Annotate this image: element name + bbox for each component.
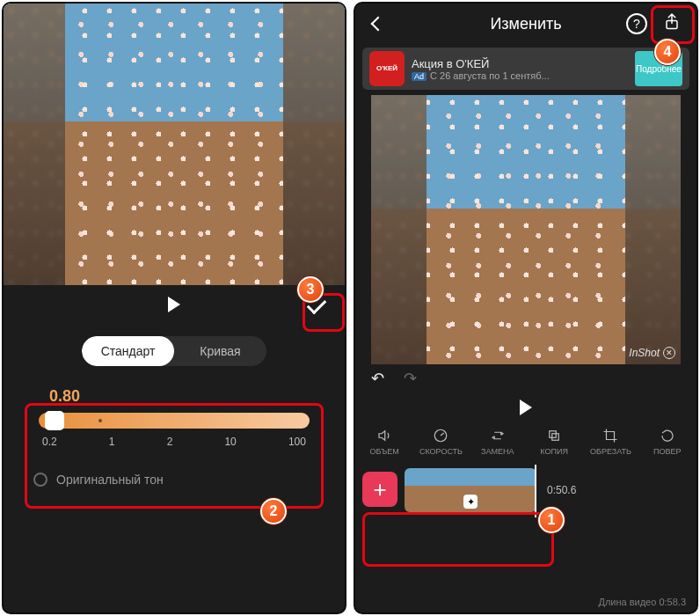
- copy-icon: [527, 426, 581, 445]
- close-icon[interactable]: ✕: [663, 347, 675, 359]
- timeline[interactable]: + ✦ 0:50.6: [362, 465, 689, 517]
- tool-replace[interactable]: ЗАМЕНА: [470, 426, 525, 456]
- replace-icon: [470, 426, 525, 445]
- back-button[interactable]: [366, 11, 390, 36]
- tool-volume[interactable]: ОБЪЕМ: [357, 426, 412, 456]
- original-tone-label: Оригинальный тон: [56, 473, 164, 487]
- video-preview: InShot ✕: [371, 95, 681, 364]
- redo-button[interactable]: ↷: [404, 369, 417, 388]
- crop-icon: [583, 426, 638, 445]
- watermark[interactable]: InShot ✕: [629, 347, 675, 359]
- page-title: Изменить: [490, 15, 561, 33]
- svg-rect-2: [550, 431, 557, 438]
- main-editor-screen: Изменить ? О'КЕЙ Акция в O'КЕЙ AdС 26 ав…: [354, 2, 698, 614]
- playhead[interactable]: [535, 465, 536, 517]
- speed-slider[interactable]: [39, 413, 310, 429]
- volume-icon: [357, 426, 412, 445]
- help-button[interactable]: ?: [626, 13, 647, 34]
- share-icon: [664, 12, 680, 35]
- timecode: 0:50.6: [547, 484, 576, 496]
- ad-subtitle: С 26 августа по 1 сентяб...: [430, 70, 550, 81]
- rotate-icon: [640, 426, 695, 445]
- speed-value: 0.80: [39, 387, 310, 413]
- ad-logo: О'КЕЙ: [369, 51, 405, 86]
- video-preview: [4, 4, 345, 285]
- ad-title: Акция в O'КЕЙ: [412, 57, 628, 70]
- toolbar: ОБЪЕМ СКОРОСТЬ ЗАМЕНА КОПИЯ ОБРЕЗАТЬ ПОВ…: [355, 422, 696, 456]
- video-length-label: Длина видео 0:58.3: [598, 597, 686, 607]
- chevron-left-icon: [373, 18, 383, 29]
- undo-button[interactable]: ↶: [371, 369, 384, 388]
- speed-editor-screen: Стандарт Кривая 0.80 0.2 1 2 10 100 Ориг…: [2, 2, 346, 614]
- segment-standard[interactable]: Стандарт: [82, 336, 174, 366]
- play-button[interactable]: [168, 297, 180, 312]
- ad-badge: Ad: [412, 72, 427, 81]
- ad-banner[interactable]: О'КЕЙ Акция в O'КЕЙ AdС 26 августа по 1 …: [362, 48, 689, 90]
- speed-mode-segmented[interactable]: Стандарт Кривая: [82, 336, 266, 366]
- play-button[interactable]: [520, 400, 532, 415]
- speed-icon: [413, 426, 468, 445]
- tool-rotate[interactable]: ПОВЕР: [640, 426, 695, 456]
- ad-cta-button[interactable]: Подробнее: [635, 51, 682, 86]
- original-tone-radio[interactable]: [33, 473, 47, 487]
- export-button[interactable]: [656, 9, 688, 39]
- svg-rect-3: [552, 434, 559, 441]
- slider-ticks: 0.2 1 2 10 100: [39, 436, 310, 448]
- add-clip-button[interactable]: +: [362, 472, 397, 507]
- slider-thumb[interactable]: [45, 411, 64, 430]
- tool-copy[interactable]: КОПИЯ: [527, 426, 581, 456]
- tool-speed[interactable]: СКОРОСТЬ: [413, 426, 468, 456]
- speed-card: 0.80 0.2 1 2 10 100: [25, 378, 324, 460]
- segment-curve[interactable]: Кривая: [174, 336, 266, 366]
- clip-thumbnail[interactable]: ✦: [405, 468, 536, 512]
- confirm-button[interactable]: [299, 289, 334, 320]
- slider-default-mark: [98, 419, 102, 422]
- clip-effect-badge: ✦: [463, 495, 478, 509]
- tool-crop[interactable]: ОБРЕЗАТЬ: [583, 426, 638, 456]
